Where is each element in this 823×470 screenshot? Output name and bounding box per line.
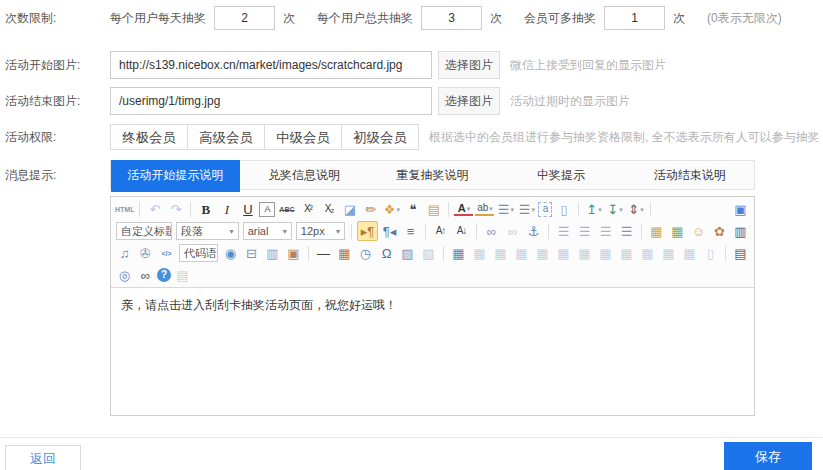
insert-table-icon[interactable]: ▦ xyxy=(449,244,468,262)
font-family-select[interactable]: arial▾ xyxy=(243,222,292,240)
ordered-list-icon[interactable]: ☰▾ xyxy=(496,200,515,218)
align-center-icon[interactable]: ☰ xyxy=(575,222,594,240)
blockquote-icon[interactable]: ❝ xyxy=(403,200,422,218)
unlink-icon[interactable]: ∞ xyxy=(503,222,522,240)
paragraph-select[interactable]: 段落▾ xyxy=(176,222,239,240)
bold-icon[interactable]: B xyxy=(196,200,215,218)
help-icon[interactable]: ? xyxy=(157,268,171,282)
merge-cells-icon[interactable]: ▦ xyxy=(680,244,699,262)
redo-icon[interactable]: ↷ xyxy=(166,200,185,218)
blank-doc-icon[interactable]: ▯ xyxy=(554,200,573,218)
message-icon[interactable]: ▨ xyxy=(398,244,417,262)
font-size-select[interactable]: 12px▾ xyxy=(296,222,345,240)
scrawl-icon[interactable]: ✿ xyxy=(710,222,729,240)
source-icon[interactable]: HTML xyxy=(115,200,134,218)
columns-icon[interactable]: ▥ xyxy=(263,244,282,262)
paragraph-direction-icon[interactable]: ¶◂ xyxy=(380,222,399,240)
insert-code-icon[interactable]: </> xyxy=(157,244,176,262)
line-height-icon[interactable]: ⇕▾ xyxy=(626,200,645,218)
pagebreak-icon[interactable]: ⊟ xyxy=(242,244,261,262)
insert-video-icon[interactable]: ▥ xyxy=(731,222,750,240)
date-icon[interactable]: ▦ xyxy=(335,244,354,262)
underline-icon[interactable]: U xyxy=(238,200,257,218)
end-image-hint: 活动过期时的显示图片 xyxy=(510,93,630,110)
member-level-button-1[interactable]: 高级会员 xyxy=(187,124,265,150)
music-icon[interactable]: ♫ xyxy=(115,244,134,262)
unordered-list-icon[interactable]: ☰▾ xyxy=(517,200,536,218)
search-replace-icon[interactable]: ∞ xyxy=(136,266,155,284)
snapshot-icon[interactable]: ▣ xyxy=(284,244,303,262)
merge-down-icon[interactable]: ▦ xyxy=(554,244,573,262)
end-image-input[interactable] xyxy=(110,87,432,115)
member-level-button-0[interactable]: 终极会员 xyxy=(110,124,188,150)
paste-as-text-icon[interactable]: ▤ xyxy=(424,200,443,218)
italic-icon[interactable]: I xyxy=(217,200,236,218)
emotion-icon[interactable]: ☺ xyxy=(689,222,708,240)
special-chars-icon[interactable]: Ω xyxy=(377,244,396,262)
insert-row-icon[interactable]: ▦ xyxy=(596,244,615,262)
delete-col-icon[interactable]: ▦ xyxy=(659,244,678,262)
drafts-icon[interactable]: ▤ xyxy=(173,266,192,284)
text-direction-icon[interactable]: ≡ xyxy=(401,222,420,240)
back-button[interactable]: 返回 xyxy=(5,445,81,470)
table-title-icon[interactable]: ▦ xyxy=(491,244,510,262)
font-size-down-icon[interactable]: A↓ xyxy=(452,222,471,240)
delete-row-icon[interactable]: ▦ xyxy=(638,244,657,262)
start-image-input[interactable] xyxy=(110,51,432,79)
fullscreen-icon[interactable]: ▣ xyxy=(731,200,750,218)
message-tab-0[interactable]: 活动开始提示说明 xyxy=(111,160,240,192)
bordered-text-icon[interactable]: A xyxy=(259,202,275,217)
attachment-icon[interactable]: ✇ xyxy=(136,244,155,262)
horizontal-rule-icon[interactable]: — xyxy=(314,244,333,262)
align-justify-icon[interactable]: ☰ xyxy=(617,222,636,240)
note-icon[interactable]: ▧ xyxy=(419,244,438,262)
upload-image-icon[interactable]: ▦ xyxy=(668,222,687,240)
split-cell-icon[interactable]: ▦ xyxy=(575,244,594,262)
subscript-icon[interactable]: X₂ xyxy=(319,200,338,218)
total-draw-limit-input[interactable] xyxy=(421,6,482,30)
code-language-select[interactable]: 代码语言▾ xyxy=(179,244,218,262)
delete-table-icon[interactable]: ▦ xyxy=(470,244,489,262)
merge-right-icon[interactable]: ▦ xyxy=(533,244,552,262)
member-extra-draw-input[interactable] xyxy=(604,6,665,30)
daily-draw-limit-input[interactable] xyxy=(214,6,275,30)
highlight-color-icon[interactable]: ab▾ xyxy=(475,202,494,216)
align-left-icon[interactable]: ☰ xyxy=(554,222,573,240)
insert-image-icon[interactable]: ▦ xyxy=(647,222,666,240)
strikethrough-icon[interactable]: ABC xyxy=(277,200,296,218)
superscript-icon[interactable]: X² xyxy=(298,200,317,218)
table-caption-icon[interactable]: ▦ xyxy=(512,244,531,262)
custom-title-select[interactable]: 自定义标题▾ xyxy=(116,222,172,240)
anchor-icon[interactable]: ⚓ xyxy=(524,222,543,240)
member-level-button-3[interactable]: 初级会员 xyxy=(341,124,419,150)
eraser-icon[interactable]: ◪ xyxy=(340,200,359,218)
message-tab-1[interactable]: 兑奖信息说明 xyxy=(240,161,369,189)
space-above-icon[interactable]: ↥▾ xyxy=(584,200,603,218)
font-color-icon[interactable]: A▾ xyxy=(454,202,473,216)
indent-paragraph-icon[interactable]: ▸¶ xyxy=(357,221,378,241)
insert-col-icon[interactable]: ▦ xyxy=(617,244,636,262)
undo-icon[interactable]: ↶ xyxy=(145,200,164,218)
save-button[interactable]: 保存 xyxy=(724,442,812,470)
template-icon[interactable]: ▯ xyxy=(701,244,720,262)
print-icon[interactable]: ▤ xyxy=(731,244,750,262)
field-label-limit: 次数限制: xyxy=(5,10,110,27)
editor-content[interactable]: 亲，请点击进入刮刮卡抽奖活动页面，祝您好运哦！ xyxy=(111,288,754,415)
message-tab-4[interactable]: 活动结束说明 xyxy=(625,161,754,189)
format-brush-icon[interactable]: ✏ xyxy=(361,200,380,218)
font-size-up-icon[interactable]: A↑ xyxy=(431,222,450,240)
map-icon[interactable]: ◉ xyxy=(221,244,240,262)
anchor-text-icon[interactable]: a xyxy=(538,202,552,217)
member-level-button-2[interactable]: 中级会员 xyxy=(264,124,342,150)
message-tab-3[interactable]: 中奖提示 xyxy=(497,161,626,189)
align-right-icon[interactable]: ☰ xyxy=(596,222,615,240)
link-icon[interactable]: ∞ xyxy=(482,222,501,240)
end-image-pick-button[interactable]: 选择图片 xyxy=(438,87,500,115)
message-tab-2[interactable]: 重复抽奖说明 xyxy=(368,161,497,189)
preview-icon[interactable]: ◎ xyxy=(115,266,134,284)
start-image-pick-button[interactable]: 选择图片 xyxy=(438,51,500,79)
space-below-icon[interactable]: ↧▾ xyxy=(605,200,624,218)
auto-typeset-icon[interactable]: ❖▾ xyxy=(382,200,401,218)
limit-fields: 每个用户每天抽奖次每个用户总共抽奖次会员可多抽奖次 xyxy=(110,6,707,30)
time-icon[interactable]: ◷ xyxy=(356,244,375,262)
